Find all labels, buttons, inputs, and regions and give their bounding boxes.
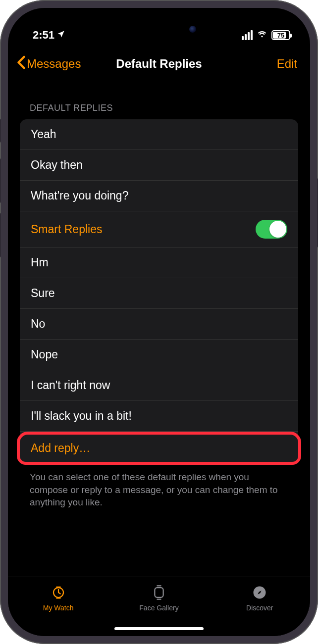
toggle-knob <box>269 221 286 238</box>
phone-frame: 2:51 75 <box>0 0 318 644</box>
add-reply-row[interactable]: Add reply… <box>17 432 301 465</box>
battery-indicator: 75 <box>271 30 290 40</box>
reply-text: Nope <box>31 348 58 361</box>
replies-list: Yeah Okay then What're you doing? Smart … <box>20 119 298 465</box>
wifi-icon <box>257 28 267 42</box>
reply-row[interactable]: Nope <box>20 340 298 370</box>
reply-text: No <box>31 317 45 331</box>
reply-text: Yeah <box>31 128 56 141</box>
volume-down-button <box>0 213 1 257</box>
reply-row[interactable]: No <box>20 309 298 340</box>
navigation-bar: Messages Default Replies Edit <box>8 48 310 81</box>
reply-text: Okay then <box>31 158 83 172</box>
reply-text: Sure <box>31 287 55 300</box>
add-reply-label: Add reply… <box>31 442 90 454</box>
reply-row[interactable]: What're you doing? <box>20 181 298 211</box>
tab-label: My Watch <box>43 604 74 612</box>
reply-text: I can't right now <box>31 379 110 392</box>
cellular-signal-icon <box>242 30 253 40</box>
reply-text: Hm <box>31 256 49 269</box>
reply-row[interactable]: Hm <box>20 248 298 278</box>
watch-icon <box>50 584 67 601</box>
edit-button[interactable]: Edit <box>277 57 297 71</box>
status-time-group: 2:51 <box>33 29 65 42</box>
back-button[interactable]: Messages <box>17 55 81 72</box>
home-indicator[interactable] <box>114 627 204 630</box>
mute-switch <box>0 119 1 143</box>
reply-row[interactable]: I can't right now <box>20 370 298 401</box>
tab-face-gallery[interactable]: Face Gallery <box>108 584 209 612</box>
content-scroll[interactable]: DEFAULT REPLIES Yeah Okay then What're y… <box>8 81 310 577</box>
page-title: Default Replies <box>116 57 202 71</box>
back-label: Messages <box>27 57 81 71</box>
reply-row[interactable]: Sure <box>20 278 298 309</box>
smart-replies-row[interactable]: Smart Replies <box>20 211 298 248</box>
status-time: 2:51 <box>33 29 54 42</box>
tab-label: Face Gallery <box>139 604 178 612</box>
reply-row[interactable]: I'll slack you in a bit! <box>20 401 298 432</box>
battery-percent: 75 <box>277 32 284 39</box>
smart-replies-toggle[interactable] <box>256 220 287 239</box>
section-footer: You can select one of these default repl… <box>20 465 298 519</box>
dynamic-island <box>117 19 201 40</box>
screen: 2:51 75 <box>8 8 310 636</box>
volume-up-button <box>0 158 1 203</box>
compass-icon <box>251 584 268 601</box>
chevron-left-icon <box>17 55 26 72</box>
front-camera-icon <box>189 26 196 33</box>
reply-text: I'll slack you in a bit! <box>31 409 132 423</box>
section-header: DEFAULT REPLIES <box>20 81 298 119</box>
watch-face-icon <box>151 584 167 601</box>
reply-text: What're you doing? <box>31 189 128 202</box>
tab-my-watch[interactable]: My Watch <box>8 584 108 612</box>
reply-row[interactable]: Yeah <box>20 119 298 150</box>
tab-discover[interactable]: Discover <box>210 584 310 612</box>
svg-rect-1 <box>155 588 163 597</box>
tab-label: Discover <box>246 604 273 612</box>
status-right-group: 75 <box>242 28 290 42</box>
smart-replies-label: Smart Replies <box>31 223 102 236</box>
reply-row[interactable]: Okay then <box>20 150 298 181</box>
location-icon <box>56 29 65 42</box>
